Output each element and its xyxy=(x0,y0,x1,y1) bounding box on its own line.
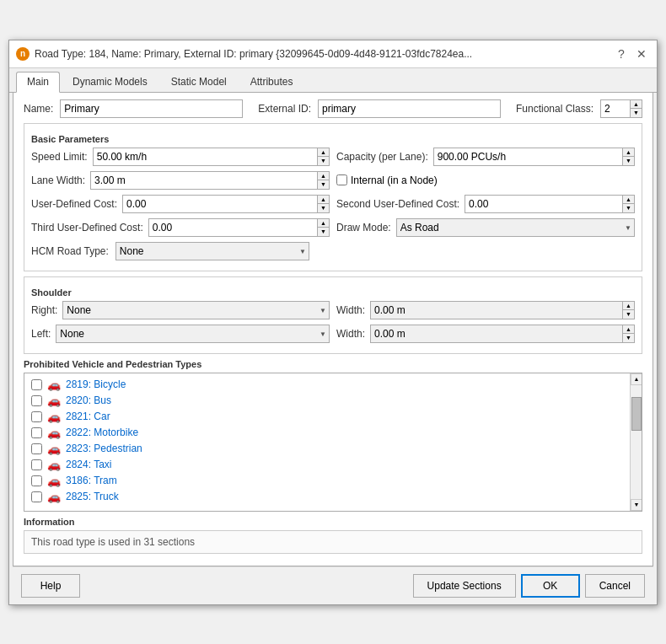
main-content: Name: External ID: Functional Class: ▲ ▼… xyxy=(13,93,653,566)
third-cost-input-group: ▲ ▼ xyxy=(148,218,330,237)
name-input[interactable] xyxy=(60,99,243,118)
update-sections-button[interactable]: Update Sections xyxy=(413,574,516,598)
second-cost-up[interactable]: ▲ xyxy=(623,196,634,204)
shoulder-left-width-group: Width: ▲ ▼ xyxy=(336,325,635,343)
list-item[interactable]: 🚗 2825: Truck xyxy=(28,489,626,505)
speed-limit-down[interactable]: ▼ xyxy=(318,156,329,165)
prohibited-checkbox[interactable] xyxy=(31,475,42,486)
lane-width-row: Lane Width: ▲ ▼ Internal (in a Node) xyxy=(31,171,635,190)
shoulder-left-width-input[interactable] xyxy=(370,325,622,343)
lane-width-down[interactable]: ▼ xyxy=(318,180,329,189)
shoulder-right-select[interactable]: None xyxy=(62,301,330,319)
tab-bar: Main Dynamic Models Static Model Attribu… xyxy=(9,68,657,93)
shoulder-right-width-group: Width: ▲ ▼ xyxy=(336,301,635,319)
list-item[interactable]: 🚗 2820: Bus xyxy=(28,393,626,409)
speed-limit-input[interactable] xyxy=(93,148,317,166)
lane-width-input[interactable] xyxy=(90,171,317,190)
ok-button[interactable]: OK xyxy=(521,574,580,598)
prohibited-checkbox[interactable] xyxy=(31,395,42,406)
speed-capacity-row: Speed Limit: ▲ ▼ Capacity (per Lane): xyxy=(31,148,635,166)
functional-class-up[interactable]: ▲ xyxy=(631,100,642,109)
hcm-select[interactable]: None xyxy=(115,242,309,260)
dialog-window: n Road Type: 184, Name: Primary, Externa… xyxy=(8,40,658,605)
prohibited-checkbox[interactable] xyxy=(31,459,42,470)
prohibited-checkbox[interactable] xyxy=(31,491,42,502)
lane-width-up[interactable]: ▲ xyxy=(318,172,329,180)
cancel-button[interactable]: Cancel xyxy=(585,574,645,598)
shoulder-left-width-input-group: ▲ ▼ xyxy=(370,325,635,343)
external-id-input[interactable] xyxy=(318,99,501,118)
vehicle-icon: 🚗 xyxy=(47,475,61,487)
user-cost-input[interactable] xyxy=(122,195,317,213)
list-item[interactable]: 🚗 2823: Pedestrian xyxy=(28,441,626,457)
scrollbar-up-arrow[interactable]: ▲ xyxy=(631,373,642,385)
close-button[interactable]: ✕ xyxy=(633,46,650,62)
prohibited-item-label: 2821: Car xyxy=(66,411,110,422)
shoulder-right-width-label: Width: xyxy=(336,304,365,316)
user-cost-down[interactable]: ▼ xyxy=(318,203,329,212)
third-cost-input[interactable] xyxy=(148,218,317,237)
list-item[interactable]: 🚗 2822: Motorbike xyxy=(28,425,626,441)
shoulder-left-label: Left: xyxy=(31,328,51,340)
shoulder-left-width-up[interactable]: ▲ xyxy=(623,325,634,334)
third-cost-down[interactable]: ▼ xyxy=(318,227,329,236)
second-cost-down[interactable]: ▼ xyxy=(623,203,634,212)
shoulder-header: Shoulder xyxy=(31,287,635,298)
prohibited-list[interactable]: 🚗 2819: Bicycle 🚗 2820: Bus 🚗 2821: Car … xyxy=(24,373,642,511)
tab-dynamic-models[interactable]: Dynamic Models xyxy=(62,72,158,92)
title-bar: n Road Type: 184, Name: Primary, Externa… xyxy=(9,40,657,68)
prohibited-checkbox[interactable] xyxy=(31,443,42,454)
second-cost-input[interactable] xyxy=(465,195,622,213)
shoulder-section: Shoulder Right: None Width: xyxy=(24,276,642,354)
prohibited-checkbox[interactable] xyxy=(31,411,42,422)
shoulder-right-width-down[interactable]: ▼ xyxy=(623,309,634,319)
help-btn[interactable]: Help xyxy=(21,574,80,598)
scrollbar-thumb[interactable] xyxy=(631,397,642,431)
prohibited-checkbox[interactable] xyxy=(31,427,42,438)
tab-attributes[interactable]: Attributes xyxy=(239,72,304,92)
hcm-label: HCM Road Type: xyxy=(31,245,109,257)
draw-mode-select[interactable]: As Road xyxy=(396,218,635,237)
shoulder-right-width-input-group: ▲ ▼ xyxy=(370,301,635,319)
functional-class-down[interactable]: ▼ xyxy=(631,108,642,117)
second-cost-group: Second User-Defined Cost: ▲ ▼ xyxy=(336,195,635,213)
capacity-up[interactable]: ▲ xyxy=(623,148,634,157)
speed-limit-group: Speed Limit: ▲ ▼ xyxy=(31,148,330,166)
tab-main[interactable]: Main xyxy=(16,72,60,93)
vehicle-icon: 🚗 xyxy=(47,394,61,407)
speed-limit-up[interactable]: ▲ xyxy=(318,148,329,157)
third-cost-row: Third User-Defined Cost: ▲ ▼ Draw Mode: … xyxy=(31,218,635,237)
list-item[interactable]: 🚗 2819: Bicycle xyxy=(28,377,626,393)
shoulder-right-width-input[interactable] xyxy=(370,301,622,319)
internal-checkbox-label[interactable]: Internal (in a Node) xyxy=(336,174,438,186)
shoulder-right-select-wrapper: None xyxy=(62,301,330,319)
user-cost-input-group: ▲ ▼ xyxy=(122,195,330,213)
lane-width-group: Lane Width: ▲ ▼ xyxy=(31,171,330,190)
vehicle-icon: 🚗 xyxy=(47,411,61,423)
prohibited-item-label: 2824: Taxi xyxy=(66,459,112,470)
list-item[interactable]: 🚗 2824: Taxi xyxy=(28,457,626,473)
user-cost-spinners: ▲ ▼ xyxy=(317,195,330,213)
information-box: This road type is used in 31 sections xyxy=(24,530,642,554)
list-item[interactable]: 🚗 3186: Tram xyxy=(28,473,626,489)
third-cost-up[interactable]: ▲ xyxy=(318,219,329,228)
functional-class-input[interactable] xyxy=(600,99,630,118)
shoulder-left-select[interactable]: None xyxy=(56,325,330,343)
help-button[interactable]: ? xyxy=(613,46,630,62)
internal-checkbox[interactable] xyxy=(336,174,347,185)
shoulder-right-width-up[interactable]: ▲ xyxy=(623,302,634,310)
shoulder-left-width-down[interactable]: ▼ xyxy=(623,333,634,342)
app-icon: n xyxy=(16,47,30,61)
prohibited-checkbox[interactable] xyxy=(31,379,42,390)
scrollbar-down-arrow[interactable]: ▼ xyxy=(631,499,642,511)
tab-static-model[interactable]: Static Model xyxy=(160,72,238,92)
functional-class-label: Functional Class: xyxy=(516,103,593,115)
speed-limit-input-group: ▲ ▼ xyxy=(93,148,330,166)
capacity-down[interactable]: ▼ xyxy=(623,156,634,165)
capacity-input[interactable] xyxy=(433,148,622,166)
speed-limit-label: Speed Limit: xyxy=(31,151,88,163)
title-text: Road Type: 184, Name: Primary, External … xyxy=(35,48,472,60)
vehicle-icon: 🚗 xyxy=(47,427,61,439)
user-cost-up[interactable]: ▲ xyxy=(318,196,329,204)
list-item[interactable]: 🚗 2821: Car xyxy=(28,409,626,425)
